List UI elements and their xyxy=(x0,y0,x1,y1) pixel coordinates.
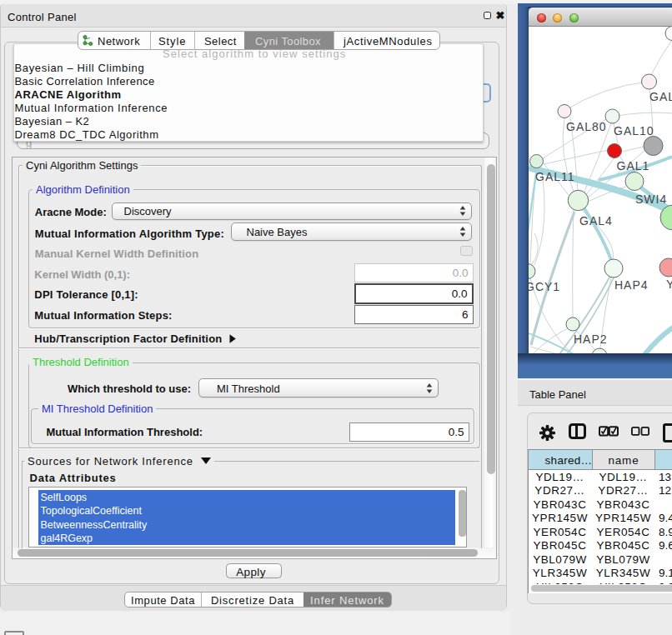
svg-text:GAL4: GAL4 xyxy=(579,214,613,228)
svg-text:HAP2: HAP2 xyxy=(574,332,608,346)
svg-text:GAL10: GAL10 xyxy=(614,124,654,138)
svg-text:GAL2: GAL2 xyxy=(649,90,672,103)
svg-text:GAL11: GAL11 xyxy=(535,170,575,183)
svg-text:Y: Y xyxy=(666,278,672,291)
svg-text:GAL1: GAL1 xyxy=(617,159,650,172)
svg-text:GAL80: GAL80 xyxy=(566,120,607,133)
svg-text:SWI4: SWI4 xyxy=(635,192,667,206)
svg-text:HAP4: HAP4 xyxy=(614,278,649,292)
svg-text:GCY1: GCY1 xyxy=(529,280,560,293)
